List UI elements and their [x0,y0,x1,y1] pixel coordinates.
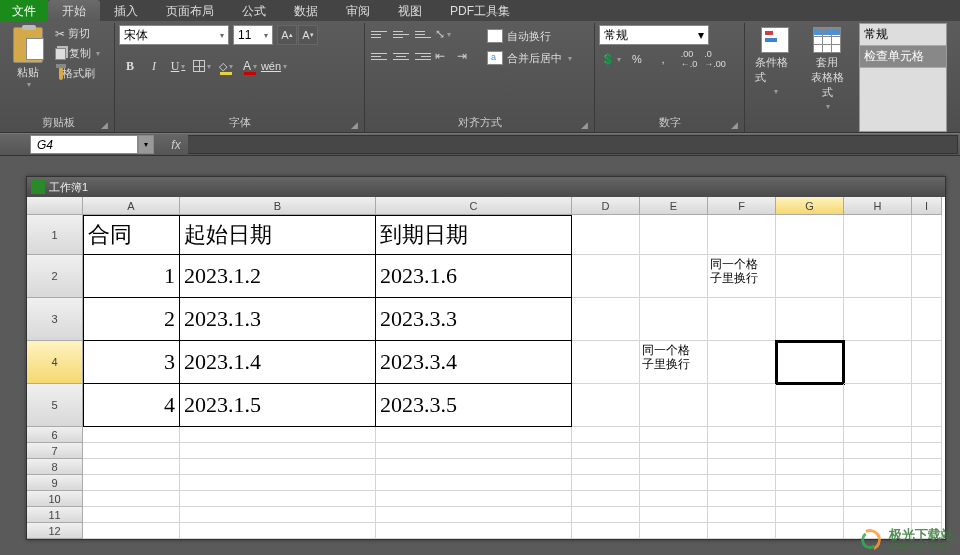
cell-E5[interactable] [640,384,708,427]
cell-B10[interactable] [180,491,376,507]
number-format-combo[interactable]: 常规▾ [599,25,709,45]
cell-I9[interactable] [912,475,942,491]
cell-I6[interactable] [912,427,942,443]
cell-C10[interactable] [376,491,572,507]
spreadsheet-grid[interactable]: ABCDEFGHI 1合同起始日期到期日期212023.1.22023.1.6同… [27,197,945,539]
cell-C6[interactable] [376,427,572,443]
format-painter-button[interactable]: 格式刷 [53,65,102,82]
cell-F10[interactable] [708,491,776,507]
underline-button[interactable]: U▾ [167,55,189,77]
cell-H10[interactable] [844,491,912,507]
cell-A5[interactable]: 4 [83,384,180,427]
cell-H2[interactable] [844,255,912,298]
cell-I7[interactable] [912,443,942,459]
grow-font-button[interactable]: A▴ [277,25,297,45]
cell-H11[interactable] [844,507,912,523]
fx-button[interactable]: fx [164,135,188,154]
cell-A9[interactable] [83,475,180,491]
cell-D11[interactable] [572,507,640,523]
tab-pdf[interactable]: PDF工具集 [436,0,524,21]
cell-I5[interactable] [912,384,942,427]
cell-B6[interactable] [180,427,376,443]
cell-G6[interactable] [776,427,844,443]
cell-E4[interactable]: 同一个格 子里换行 [640,341,708,384]
cell-F2[interactable]: 同一个格 子里换行 [708,255,776,298]
decrease-decimal-button[interactable]: .0→.00 [703,49,727,69]
decrease-indent-button[interactable]: ⇤ [435,47,455,65]
cut-button[interactable]: ✂剪切 [53,25,102,42]
cell-E6[interactable] [640,427,708,443]
cell-H4[interactable] [844,341,912,384]
style-normal[interactable]: 常规 [860,24,946,46]
cell-E1[interactable] [640,215,708,255]
cell-F7[interactable] [708,443,776,459]
cell-B12[interactable] [180,523,376,539]
cell-B2[interactable]: 2023.1.2 [180,255,376,298]
dialog-launcher-number[interactable]: ◢ [599,120,740,130]
cell-H8[interactable] [844,459,912,475]
col-header-G[interactable]: G [776,197,844,215]
cell-H7[interactable] [844,443,912,459]
cell-F11[interactable] [708,507,776,523]
cell-G4[interactable] [776,341,844,384]
col-header-I[interactable]: I [912,197,942,215]
italic-button[interactable]: I [143,55,165,77]
cell-D1[interactable] [572,215,640,255]
row-header-8[interactable]: 8 [27,459,83,475]
cell-B3[interactable]: 2023.1.3 [180,298,376,341]
cell-I3[interactable] [912,298,942,341]
cell-H9[interactable] [844,475,912,491]
percent-button[interactable]: % [625,49,649,69]
font-size-combo[interactable]: 11▾ [233,25,273,45]
tab-review[interactable]: 审阅 [332,0,384,21]
cell-B5[interactable]: 2023.1.5 [180,384,376,427]
cell-D12[interactable] [572,523,640,539]
cell-A4[interactable]: 3 [83,341,180,384]
cell-E3[interactable] [640,298,708,341]
style-check[interactable]: 检查单元格 [860,46,946,68]
cell-D5[interactable] [572,384,640,427]
cell-D6[interactable] [572,427,640,443]
cell-G2[interactable] [776,255,844,298]
cell-G10[interactable] [776,491,844,507]
cell-I4[interactable] [912,341,942,384]
cell-G7[interactable] [776,443,844,459]
col-header-H[interactable]: H [844,197,912,215]
cell-C5[interactable]: 2023.3.5 [376,384,572,427]
align-top-button[interactable] [369,25,389,43]
row-header-12[interactable]: 12 [27,523,83,539]
orientation-button[interactable]: ⤡▾ [435,25,455,43]
tab-formula[interactable]: 公式 [228,0,280,21]
cell-A1[interactable]: 合同 [83,215,180,255]
cell-G5[interactable] [776,384,844,427]
file-menu[interactable]: 文件 [0,0,48,21]
cell-C2[interactable]: 2023.1.6 [376,255,572,298]
cell-I2[interactable] [912,255,942,298]
col-header-B[interactable]: B [180,197,376,215]
cell-C7[interactable] [376,443,572,459]
cell-E8[interactable] [640,459,708,475]
cell-styles-gallery[interactable]: 常规 检查单元格 [859,23,947,132]
cell-F9[interactable] [708,475,776,491]
cell-I8[interactable] [912,459,942,475]
cell-G1[interactable] [776,215,844,255]
row-header-3[interactable]: 3 [27,298,83,341]
cell-F12[interactable] [708,523,776,539]
tab-insert[interactable]: 插入 [100,0,152,21]
cell-B9[interactable] [180,475,376,491]
cell-E9[interactable] [640,475,708,491]
cell-C1[interactable]: 到期日期 [376,215,572,255]
cell-A12[interactable] [83,523,180,539]
cell-I10[interactable] [912,491,942,507]
cell-D3[interactable] [572,298,640,341]
font-color-button[interactable]: A▾ [239,55,261,77]
conditional-format-button[interactable]: 条件格式▾ [749,25,801,98]
cell-A2[interactable]: 1 [83,255,180,298]
cell-A6[interactable] [83,427,180,443]
cell-G11[interactable] [776,507,844,523]
cell-F3[interactable] [708,298,776,341]
tab-data[interactable]: 数据 [280,0,332,21]
col-header-F[interactable]: F [708,197,776,215]
bold-button[interactable]: B [119,55,141,77]
phonetic-button[interactable]: wén▾ [263,55,285,77]
